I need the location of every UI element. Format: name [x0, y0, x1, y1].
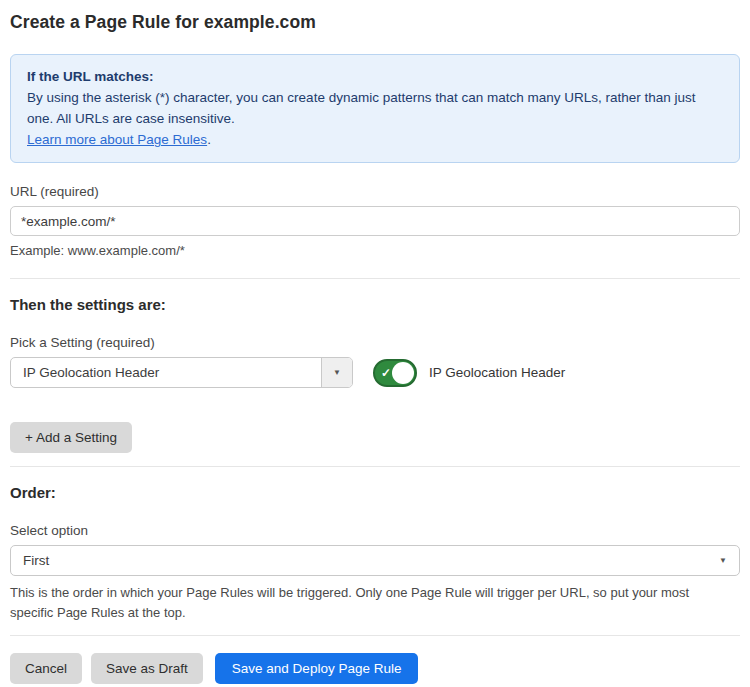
save-draft-button[interactable]: Save as Draft	[91, 653, 203, 684]
toggle-knob	[392, 362, 414, 384]
url-match-info-box: If the URL matches: By using the asteris…	[10, 54, 740, 163]
setting-select-caret-button[interactable]: ▼	[321, 358, 352, 387]
setting-row: IP Geolocation Header ▼ ✓ IP Geolocation…	[10, 357, 740, 388]
create-page-rule-form: Create a Page Rule for example.com If th…	[0, 0, 750, 687]
chevron-down-icon: ▼	[719, 557, 727, 565]
section-divider	[10, 278, 740, 279]
info-box-heading: If the URL matches:	[27, 66, 723, 87]
check-icon: ✓	[381, 366, 391, 380]
save-deploy-button[interactable]: Save and Deploy Page Rule	[215, 653, 419, 684]
setting-select-value: IP Geolocation Header	[11, 365, 321, 380]
link-period: .	[207, 132, 211, 147]
learn-more-link[interactable]: Learn more about Page Rules	[27, 132, 207, 147]
url-label: URL (required)	[10, 184, 740, 199]
pick-setting-label: Pick a Setting (required)	[10, 335, 740, 350]
order-section-heading: Order:	[10, 484, 740, 501]
section-divider	[10, 635, 740, 636]
form-actions: Cancel Save as Draft Save and Deploy Pag…	[10, 653, 740, 684]
page-title: Create a Page Rule for example.com	[10, 12, 740, 33]
order-select-value: First	[11, 553, 719, 568]
setting-select[interactable]: IP Geolocation Header ▼	[10, 357, 353, 388]
info-box-link-row: Learn more about Page Rules.	[27, 129, 723, 150]
order-helper-text: This is the order in which your Page Rul…	[10, 583, 736, 623]
order-select[interactable]: First ▼	[10, 545, 740, 576]
cancel-button[interactable]: Cancel	[10, 653, 82, 684]
url-input[interactable]	[10, 206, 740, 236]
toggle-label: IP Geolocation Header	[429, 365, 565, 380]
settings-section-heading: Then the settings are:	[10, 296, 740, 313]
info-box-body: By using the asterisk (*) character, you…	[27, 87, 717, 129]
ip-geolocation-toggle[interactable]: ✓	[373, 359, 417, 387]
order-select-label: Select option	[10, 523, 740, 538]
section-divider	[10, 466, 740, 467]
chevron-down-icon: ▼	[333, 369, 341, 377]
add-setting-button[interactable]: + Add a Setting	[10, 422, 132, 453]
url-helper-text: Example: www.example.com/*	[10, 243, 740, 258]
